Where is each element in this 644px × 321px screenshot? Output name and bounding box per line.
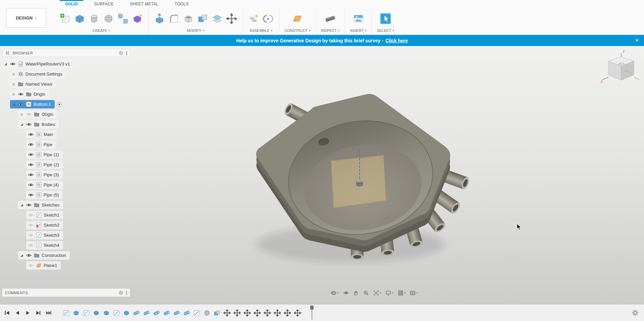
create-box-icon[interactable]: [74, 13, 86, 25]
tree-item-pipe-2[interactable]: Pipe (2): [26, 160, 63, 169]
pan-button[interactable]: [352, 289, 360, 297]
timeline-feature-move[interactable]: [264, 309, 271, 317]
timeline-feature-move[interactable]: [274, 309, 281, 317]
tree-item-pipe-4[interactable]: Pipe (4): [26, 181, 63, 189]
visibility-eye-icon[interactable]: [18, 92, 24, 96]
tree-item-plane1[interactable]: Plane1: [26, 261, 61, 270]
timeline-feature-pipe[interactable]: [183, 309, 191, 317]
expand-arrow-icon[interactable]: [20, 112, 24, 117]
select-icon[interactable]: [380, 13, 391, 25]
visibility-eye-icon[interactable]: [28, 173, 34, 177]
visibility-eye-icon[interactable]: [28, 163, 34, 167]
timeline-feature-extrude[interactable]: [93, 309, 100, 317]
expand-arrow-icon[interactable]: [12, 92, 16, 96]
visibility-eye-icon[interactable]: [26, 122, 32, 127]
tree-item-named-views[interactable]: Named Views: [10, 80, 56, 88]
tree-item-construction[interactable]: Construction: [18, 251, 70, 260]
tab-tools[interactable]: TOOLS: [167, 0, 197, 8]
visibility-eye-icon[interactable]: [28, 213, 34, 217]
timeline-feature-move[interactable]: [254, 309, 261, 317]
visibility-eye-icon[interactable]: [28, 183, 34, 187]
create-pattern-icon[interactable]: [117, 13, 129, 25]
viewports-button[interactable]: ▾: [409, 289, 419, 297]
timeline-feature-pipe[interactable]: [143, 309, 150, 317]
timeline-feature-move[interactable]: [244, 309, 251, 317]
toolbar-group-label-assemble[interactable]: ASSEMBLE▾: [250, 29, 272, 34]
measure-icon[interactable]: [324, 13, 336, 25]
settings-gear-icon[interactable]: [632, 309, 639, 316]
timeline-feature-pipe[interactable]: [133, 309, 140, 317]
tree-item-sketches[interactable]: Sketches: [18, 201, 63, 209]
playhead-grip[interactable]: [310, 306, 314, 310]
press-pull-icon[interactable]: [154, 13, 165, 25]
visibility-eye-icon[interactable]: [28, 263, 34, 268]
timeline-feature-sketch[interactable]: [83, 309, 90, 317]
tree-item-sketch3[interactable]: Sketch3: [26, 231, 63, 239]
timeline-feature-move[interactable]: [233, 309, 241, 317]
timeline-feature-pipe[interactable]: [153, 309, 160, 317]
banner-link[interactable]: Click here: [385, 38, 408, 43]
toolbar-group-label-construct[interactable]: CONSTRUCT▾: [284, 29, 311, 34]
visibility-eye-icon[interactable]: [26, 203, 32, 207]
banner-close-button[interactable]: ×: [635, 35, 639, 46]
panel-resize-handle[interactable]: [126, 51, 127, 55]
comments-options-icon[interactable]: [118, 290, 123, 295]
collapse-arrow-icon[interactable]: [20, 123, 24, 127]
visibility-eye-icon[interactable]: [18, 102, 24, 106]
create-sphere-icon[interactable]: [103, 13, 114, 25]
tree-item-bodies[interactable]: Bodies: [18, 120, 59, 129]
visibility-eye-icon[interactable]: [28, 152, 34, 157]
visibility-eye-icon[interactable]: [28, 142, 34, 147]
tree-item-sketch4[interactable]: Sketch4: [26, 241, 63, 249]
tree-item-origin[interactable]: Origin: [10, 90, 49, 98]
collapse-arrow-icon[interactable]: [20, 203, 24, 207]
tree-item-sketch2[interactable]: Sketch2: [26, 221, 63, 229]
visibility-eye-icon[interactable]: [28, 193, 34, 197]
view-cube[interactable]: Z TOP BACK X: [600, 49, 643, 91]
combine-icon[interactable]: [197, 13, 209, 25]
new-component-icon[interactable]: [248, 13, 260, 25]
tree-item-bottom-1[interactable]: Bottom:1: [10, 100, 55, 108]
create-cylinder-icon[interactable]: [88, 13, 100, 25]
look-at-button[interactable]: [342, 289, 350, 297]
grid-button[interactable]: ▾: [396, 289, 407, 297]
timeline-feature-extrude[interactable]: [72, 309, 80, 317]
tree-item-pipe-1[interactable]: Pipe (1): [26, 150, 63, 159]
tree-item-sketch1[interactable]: Sketch1: [26, 211, 63, 219]
create-form-icon[interactable]: [131, 13, 143, 25]
go-to-end-button[interactable]: [46, 310, 52, 316]
viewport-3d[interactable]: Z TOP BACK X BROWSER WaterPipeRouterV3 v…: [0, 46, 644, 304]
visibility-eye-icon[interactable]: [28, 233, 34, 237]
timeline-feature-move[interactable]: [294, 309, 301, 317]
collapse-panel-icon[interactable]: [5, 51, 10, 55]
tab-sheet-metal[interactable]: SHEET METAL: [122, 0, 167, 8]
timeline-feature-pipe[interactable]: [163, 309, 170, 317]
insert-canvas-icon[interactable]: [353, 13, 364, 25]
offset-face-icon[interactable]: [211, 13, 223, 25]
expand-arrow-icon[interactable]: [12, 72, 16, 76]
display-button[interactable]: ▾: [384, 289, 395, 297]
zoom-button[interactable]: [362, 289, 370, 297]
collapse-arrow-icon[interactable]: [12, 102, 16, 106]
joint-icon[interactable]: [262, 13, 274, 25]
toolbar-group-label-insert[interactable]: INSERT▾: [350, 29, 367, 34]
model-waterpiperouter[interactable]: [247, 90, 488, 278]
shell-icon[interactable]: [182, 13, 194, 25]
tree-item-waterpiperouterv3-v1[interactable]: WaterPipeRouterV3 v1: [2, 60, 73, 68]
comments-panel[interactable]: COMMENTS: [2, 288, 130, 297]
step-back-button[interactable]: [14, 310, 20, 316]
tree-item-pipe-5[interactable]: Pipe (5): [26, 191, 63, 199]
tree-item-document-settings[interactable]: Document Settings: [10, 70, 66, 78]
visibility-eye-icon[interactable]: [28, 132, 34, 137]
play-button[interactable]: [25, 310, 31, 316]
timeline-feature-move[interactable]: [284, 309, 291, 317]
go-to-start-button[interactable]: [4, 310, 10, 316]
timeline-playhead[interactable]: [310, 306, 314, 320]
tree-item-main[interactable]: Main: [26, 130, 57, 139]
visibility-eye-icon[interactable]: [10, 62, 16, 66]
visibility-eye-icon[interactable]: [28, 223, 34, 227]
timeline-feature-sketch[interactable]: [193, 309, 201, 317]
tree-item-pipe[interactable]: Pipe: [26, 140, 56, 149]
fit-button[interactable]: ▾: [372, 289, 383, 297]
step-forward-button[interactable]: [35, 310, 41, 316]
